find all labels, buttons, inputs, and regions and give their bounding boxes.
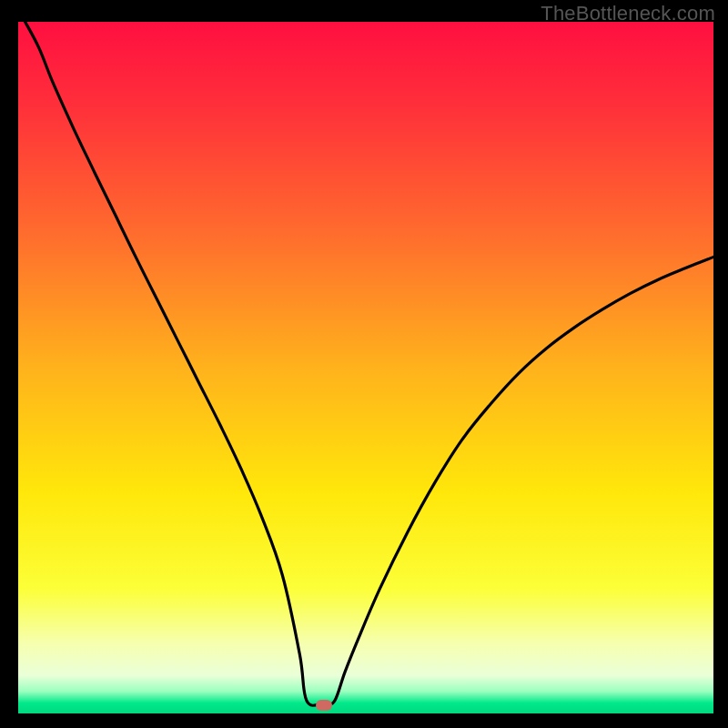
- chart-svg: [18, 22, 713, 713]
- chart-frame: TheBottleneck.com: [0, 0, 728, 728]
- plot-area: [18, 22, 713, 713]
- gradient-bg: [18, 22, 713, 713]
- minimum-marker: [316, 700, 332, 711]
